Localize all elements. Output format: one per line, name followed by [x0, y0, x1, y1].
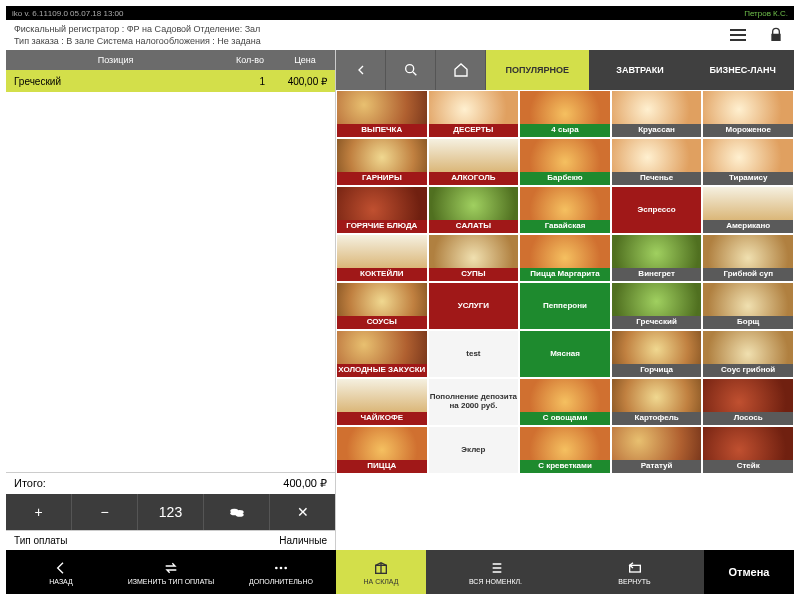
order-row[interactable]: Греческий 1 400,00 ₽: [6, 70, 335, 92]
product-tile[interactable]: Борщ: [702, 282, 794, 330]
category-tile[interactable]: ХОЛОДНЫЕ ЗАКУСКИ: [336, 330, 428, 378]
chevron-left-icon: [52, 560, 70, 576]
tile-label: ГАРНИРЫ: [337, 172, 427, 185]
menu-button[interactable]: [728, 25, 748, 45]
nav-search-button[interactable]: [386, 50, 436, 90]
product-tile[interactable]: Рататуй: [611, 426, 703, 474]
tile-label: Картофель: [612, 412, 702, 425]
category-tile[interactable]: САЛАТЫ: [428, 186, 520, 234]
product-tile[interactable]: С креветками: [519, 426, 611, 474]
category-tile[interactable]: СУПЫ: [428, 234, 520, 282]
category-tile[interactable]: Эклер: [428, 426, 520, 474]
tile-label: Гавайская: [520, 220, 610, 233]
more-button[interactable]: ДОПОЛНИТЕЛЬНО: [226, 550, 336, 594]
menu-panel: ПОПУЛЯРНОЕ ЗАВТРАКИ БИЗНЕС-ЛАНЧ ВЫПЕЧКАД…: [336, 50, 794, 550]
col-price: Цена: [275, 55, 335, 65]
svg-point-3: [235, 513, 243, 517]
product-tile[interactable]: Картофель: [611, 378, 703, 426]
tile-label: КОКТЕЙЛИ: [337, 268, 427, 281]
tab-business-lunch[interactable]: БИЗНЕС-ЛАНЧ: [691, 50, 794, 90]
tile-label: Соус грибной: [703, 364, 793, 377]
product-tile[interactable]: Винегрет: [611, 234, 703, 282]
category-tile[interactable]: ПИЦЦА: [336, 426, 428, 474]
cancel-button[interactable]: Отмена: [704, 550, 794, 594]
category-tile[interactable]: ГОРЯЧИЕ БЛЮДА: [336, 186, 428, 234]
tile-label: Горчица: [612, 364, 702, 377]
order-panel: Позиция Кол-во Цена Греческий 1 400,00 ₽…: [6, 50, 336, 550]
clear-button[interactable]: ✕: [270, 494, 335, 530]
order-rows: Греческий 1 400,00 ₽: [6, 70, 335, 472]
list-icon: [487, 560, 505, 576]
numpad: + − 123 ✕: [6, 494, 335, 530]
order-item-qty: 1: [221, 76, 271, 87]
tile-label: Эспрессо: [612, 204, 702, 217]
tab-breakfast[interactable]: ЗАВТРАКИ: [589, 50, 692, 90]
category-tile[interactable]: КОКТЕЙЛИ: [336, 234, 428, 282]
tile-label: Печенье: [612, 172, 702, 185]
category-tile[interactable]: ЧАЙ/КОФЕ: [336, 378, 428, 426]
col-position: Позиция: [6, 55, 225, 65]
tab-popular[interactable]: ПОПУЛЯРНОЕ: [486, 50, 589, 90]
tile-label: Круассан: [612, 124, 702, 137]
product-tile[interactable]: Печенье: [611, 138, 703, 186]
plus-button[interactable]: +: [6, 494, 72, 530]
order-header: Позиция Кол-во Цена: [6, 50, 335, 70]
product-tile[interactable]: Горчица: [611, 330, 703, 378]
minus-button[interactable]: −: [72, 494, 138, 530]
nav-home-button[interactable]: [436, 50, 486, 90]
category-tile[interactable]: test: [428, 330, 520, 378]
tile-label: Барбекю: [520, 172, 610, 185]
category-tile[interactable]: ВЫПЕЧКА: [336, 90, 428, 138]
product-tile[interactable]: Эспрессо: [611, 186, 703, 234]
product-tile[interactable]: Пицца Маргарита: [519, 234, 611, 282]
coins-icon: [229, 504, 245, 520]
product-tile[interactable]: Стейк: [702, 426, 794, 474]
product-tile[interactable]: Мясная: [519, 330, 611, 378]
product-tile[interactable]: Соус грибной: [702, 330, 794, 378]
return-button[interactable]: ВЕРНУТЬ: [565, 550, 704, 594]
product-tile[interactable]: Греческий: [611, 282, 703, 330]
product-tile[interactable]: Круассан: [611, 90, 703, 138]
tile-label: СОУСЫ: [337, 316, 427, 329]
order-item-name: Греческий: [10, 76, 221, 87]
lock-icon: [768, 27, 784, 43]
payment-type-row[interactable]: Тип оплаты Наличные: [6, 530, 335, 550]
tile-label: Стейк: [703, 460, 793, 473]
category-tile[interactable]: Пополнение депозита на 2000 руб.: [428, 378, 520, 426]
product-tile[interactable]: Гавайская: [519, 186, 611, 234]
tile-label: Тирамису: [703, 172, 793, 185]
category-tile[interactable]: ДЕСЕРТЫ: [428, 90, 520, 138]
svg-point-7: [284, 566, 287, 569]
product-tile[interactable]: 4 сыра: [519, 90, 611, 138]
product-tile[interactable]: Американо: [702, 186, 794, 234]
category-tile[interactable]: АЛКОГОЛЬ: [428, 138, 520, 186]
col-qty: Кол-во: [225, 55, 275, 65]
tile-label: Борщ: [703, 316, 793, 329]
system-topbar: iko v. 6.11109.0 05.07.18 13:00 Петров К…: [6, 6, 794, 20]
current-user: Петров К.С.: [744, 9, 788, 18]
info-line-2: Тип заказа : В зале Система налогообложе…: [14, 36, 261, 46]
to-stock-button[interactable]: НА СКЛАД: [336, 550, 426, 594]
back-button[interactable]: НАЗАД: [6, 550, 116, 594]
all-nomenclature-button[interactable]: ВСЯ НОМЕНКЛ.: [426, 550, 565, 594]
product-tile[interactable]: Грибной суп: [702, 234, 794, 282]
paytype-value: Наличные: [279, 535, 327, 546]
tile-label: Пепперони: [520, 300, 610, 313]
numpad-123-button[interactable]: 123: [138, 494, 204, 530]
tile-label: Винегрет: [612, 268, 702, 281]
lock-button[interactable]: [766, 25, 786, 45]
coins-button[interactable]: [204, 494, 270, 530]
product-tile[interactable]: С овощами: [519, 378, 611, 426]
category-tile[interactable]: СОУСЫ: [336, 282, 428, 330]
category-tile[interactable]: ГАРНИРЫ: [336, 138, 428, 186]
tile-label: САЛАТЫ: [429, 220, 519, 233]
product-tile[interactable]: Барбекю: [519, 138, 611, 186]
product-tile[interactable]: Лосось: [702, 378, 794, 426]
product-tile[interactable]: Мороженое: [702, 90, 794, 138]
product-tile[interactable]: Тирамису: [702, 138, 794, 186]
tile-label: Лосось: [703, 412, 793, 425]
product-tile[interactable]: Пепперони: [519, 282, 611, 330]
category-tile[interactable]: УСЛУГИ: [428, 282, 520, 330]
nav-back-button[interactable]: [336, 50, 386, 90]
change-payment-button[interactable]: ИЗМЕНИТЬ ТИП ОПЛАТЫ: [116, 550, 226, 594]
